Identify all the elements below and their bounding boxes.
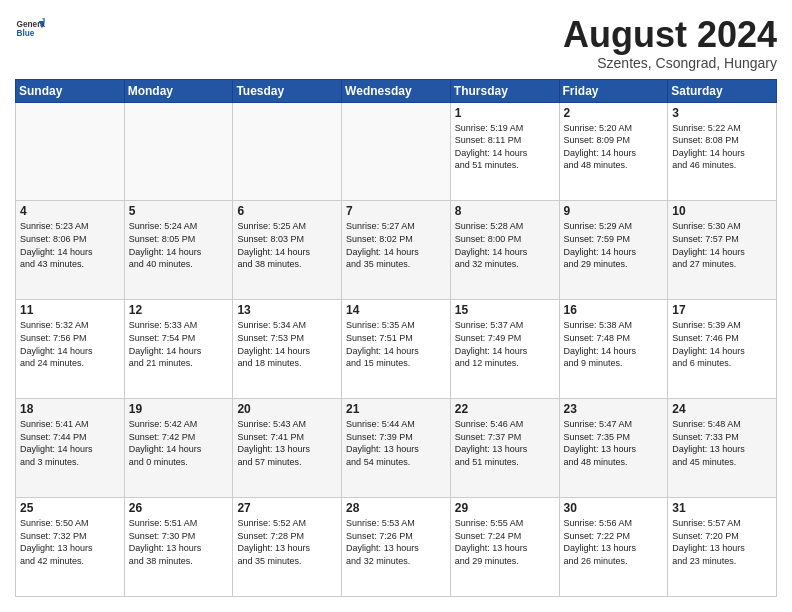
table-row: [233, 102, 342, 201]
header-row: Sunday Monday Tuesday Wednesday Thursday…: [16, 79, 777, 102]
day-info: Sunrise: 5:39 AM Sunset: 7:46 PM Dayligh…: [672, 319, 772, 369]
table-row: 30Sunrise: 5:56 AM Sunset: 7:22 PM Dayli…: [559, 498, 668, 597]
svg-text:Blue: Blue: [17, 29, 35, 38]
day-info: Sunrise: 5:27 AM Sunset: 8:02 PM Dayligh…: [346, 220, 446, 270]
day-number: 6: [237, 204, 337, 218]
day-info: Sunrise: 5:33 AM Sunset: 7:54 PM Dayligh…: [129, 319, 229, 369]
table-row: 14Sunrise: 5:35 AM Sunset: 7:51 PM Dayli…: [342, 300, 451, 399]
day-info: Sunrise: 5:30 AM Sunset: 7:57 PM Dayligh…: [672, 220, 772, 270]
table-row: 31Sunrise: 5:57 AM Sunset: 7:20 PM Dayli…: [668, 498, 777, 597]
day-number: 15: [455, 303, 555, 317]
table-row: 27Sunrise: 5:52 AM Sunset: 7:28 PM Dayli…: [233, 498, 342, 597]
table-row: 4Sunrise: 5:23 AM Sunset: 8:06 PM Daylig…: [16, 201, 125, 300]
table-row: 12Sunrise: 5:33 AM Sunset: 7:54 PM Dayli…: [124, 300, 233, 399]
table-row: 11Sunrise: 5:32 AM Sunset: 7:56 PM Dayli…: [16, 300, 125, 399]
day-info: Sunrise: 5:20 AM Sunset: 8:09 PM Dayligh…: [564, 122, 664, 172]
day-info: Sunrise: 5:56 AM Sunset: 7:22 PM Dayligh…: [564, 517, 664, 567]
calendar-week-1: 4Sunrise: 5:23 AM Sunset: 8:06 PM Daylig…: [16, 201, 777, 300]
day-info: Sunrise: 5:41 AM Sunset: 7:44 PM Dayligh…: [20, 418, 120, 468]
day-info: Sunrise: 5:19 AM Sunset: 8:11 PM Dayligh…: [455, 122, 555, 172]
table-row: 19Sunrise: 5:42 AM Sunset: 7:42 PM Dayli…: [124, 399, 233, 498]
day-number: 1: [455, 106, 555, 120]
table-row: 25Sunrise: 5:50 AM Sunset: 7:32 PM Dayli…: [16, 498, 125, 597]
col-thursday: Thursday: [450, 79, 559, 102]
table-row: 17Sunrise: 5:39 AM Sunset: 7:46 PM Dayli…: [668, 300, 777, 399]
col-friday: Friday: [559, 79, 668, 102]
table-row: 24Sunrise: 5:48 AM Sunset: 7:33 PM Dayli…: [668, 399, 777, 498]
day-info: Sunrise: 5:51 AM Sunset: 7:30 PM Dayligh…: [129, 517, 229, 567]
table-row: 9Sunrise: 5:29 AM Sunset: 7:59 PM Daylig…: [559, 201, 668, 300]
table-row: 1Sunrise: 5:19 AM Sunset: 8:11 PM Daylig…: [450, 102, 559, 201]
header: General Blue August 2024 Szentes, Csongr…: [15, 15, 777, 71]
table-row: 22Sunrise: 5:46 AM Sunset: 7:37 PM Dayli…: [450, 399, 559, 498]
day-info: Sunrise: 5:34 AM Sunset: 7:53 PM Dayligh…: [237, 319, 337, 369]
day-number: 12: [129, 303, 229, 317]
day-number: 3: [672, 106, 772, 120]
day-number: 11: [20, 303, 120, 317]
logo: General Blue: [15, 15, 45, 45]
day-info: Sunrise: 5:46 AM Sunset: 7:37 PM Dayligh…: [455, 418, 555, 468]
day-number: 25: [20, 501, 120, 515]
table-row: 10Sunrise: 5:30 AM Sunset: 7:57 PM Dayli…: [668, 201, 777, 300]
day-number: 17: [672, 303, 772, 317]
day-number: 27: [237, 501, 337, 515]
calendar-week-2: 11Sunrise: 5:32 AM Sunset: 7:56 PM Dayli…: [16, 300, 777, 399]
calendar: Sunday Monday Tuesday Wednesday Thursday…: [15, 79, 777, 597]
table-row: 21Sunrise: 5:44 AM Sunset: 7:39 PM Dayli…: [342, 399, 451, 498]
col-tuesday: Tuesday: [233, 79, 342, 102]
month-year: August 2024: [563, 15, 777, 55]
table-row: 23Sunrise: 5:47 AM Sunset: 7:35 PM Dayli…: [559, 399, 668, 498]
day-number: 19: [129, 402, 229, 416]
day-number: 26: [129, 501, 229, 515]
day-info: Sunrise: 5:42 AM Sunset: 7:42 PM Dayligh…: [129, 418, 229, 468]
day-info: Sunrise: 5:35 AM Sunset: 7:51 PM Dayligh…: [346, 319, 446, 369]
day-info: Sunrise: 5:53 AM Sunset: 7:26 PM Dayligh…: [346, 517, 446, 567]
table-row: 7Sunrise: 5:27 AM Sunset: 8:02 PM Daylig…: [342, 201, 451, 300]
day-info: Sunrise: 5:38 AM Sunset: 7:48 PM Dayligh…: [564, 319, 664, 369]
day-info: Sunrise: 5:55 AM Sunset: 7:24 PM Dayligh…: [455, 517, 555, 567]
day-number: 30: [564, 501, 664, 515]
day-number: 24: [672, 402, 772, 416]
day-number: 16: [564, 303, 664, 317]
table-row: [342, 102, 451, 201]
table-row: 5Sunrise: 5:24 AM Sunset: 8:05 PM Daylig…: [124, 201, 233, 300]
day-info: Sunrise: 5:22 AM Sunset: 8:08 PM Dayligh…: [672, 122, 772, 172]
day-info: Sunrise: 5:29 AM Sunset: 7:59 PM Dayligh…: [564, 220, 664, 270]
table-row: 3Sunrise: 5:22 AM Sunset: 8:08 PM Daylig…: [668, 102, 777, 201]
table-row: 18Sunrise: 5:41 AM Sunset: 7:44 PM Dayli…: [16, 399, 125, 498]
page: General Blue August 2024 Szentes, Csongr…: [0, 0, 792, 612]
day-number: 10: [672, 204, 772, 218]
table-row: 16Sunrise: 5:38 AM Sunset: 7:48 PM Dayli…: [559, 300, 668, 399]
table-row: 20Sunrise: 5:43 AM Sunset: 7:41 PM Dayli…: [233, 399, 342, 498]
day-number: 2: [564, 106, 664, 120]
day-info: Sunrise: 5:50 AM Sunset: 7:32 PM Dayligh…: [20, 517, 120, 567]
table-row: 13Sunrise: 5:34 AM Sunset: 7:53 PM Dayli…: [233, 300, 342, 399]
location: Szentes, Csongrad, Hungary: [563, 55, 777, 71]
calendar-week-0: 1Sunrise: 5:19 AM Sunset: 8:11 PM Daylig…: [16, 102, 777, 201]
day-info: Sunrise: 5:28 AM Sunset: 8:00 PM Dayligh…: [455, 220, 555, 270]
logo-icon: General Blue: [15, 15, 45, 45]
table-row: 8Sunrise: 5:28 AM Sunset: 8:00 PM Daylig…: [450, 201, 559, 300]
day-info: Sunrise: 5:23 AM Sunset: 8:06 PM Dayligh…: [20, 220, 120, 270]
day-info: Sunrise: 5:57 AM Sunset: 7:20 PM Dayligh…: [672, 517, 772, 567]
col-sunday: Sunday: [16, 79, 125, 102]
day-number: 13: [237, 303, 337, 317]
table-row: [16, 102, 125, 201]
calendar-week-3: 18Sunrise: 5:41 AM Sunset: 7:44 PM Dayli…: [16, 399, 777, 498]
day-number: 29: [455, 501, 555, 515]
day-number: 28: [346, 501, 446, 515]
col-monday: Monday: [124, 79, 233, 102]
day-info: Sunrise: 5:52 AM Sunset: 7:28 PM Dayligh…: [237, 517, 337, 567]
table-row: 6Sunrise: 5:25 AM Sunset: 8:03 PM Daylig…: [233, 201, 342, 300]
day-number: 23: [564, 402, 664, 416]
col-wednesday: Wednesday: [342, 79, 451, 102]
day-number: 14: [346, 303, 446, 317]
day-info: Sunrise: 5:44 AM Sunset: 7:39 PM Dayligh…: [346, 418, 446, 468]
table-row: 28Sunrise: 5:53 AM Sunset: 7:26 PM Dayli…: [342, 498, 451, 597]
day-info: Sunrise: 5:48 AM Sunset: 7:33 PM Dayligh…: [672, 418, 772, 468]
table-row: 15Sunrise: 5:37 AM Sunset: 7:49 PM Dayli…: [450, 300, 559, 399]
day-info: Sunrise: 5:47 AM Sunset: 7:35 PM Dayligh…: [564, 418, 664, 468]
calendar-week-4: 25Sunrise: 5:50 AM Sunset: 7:32 PM Dayli…: [16, 498, 777, 597]
table-row: 26Sunrise: 5:51 AM Sunset: 7:30 PM Dayli…: [124, 498, 233, 597]
day-number: 18: [20, 402, 120, 416]
